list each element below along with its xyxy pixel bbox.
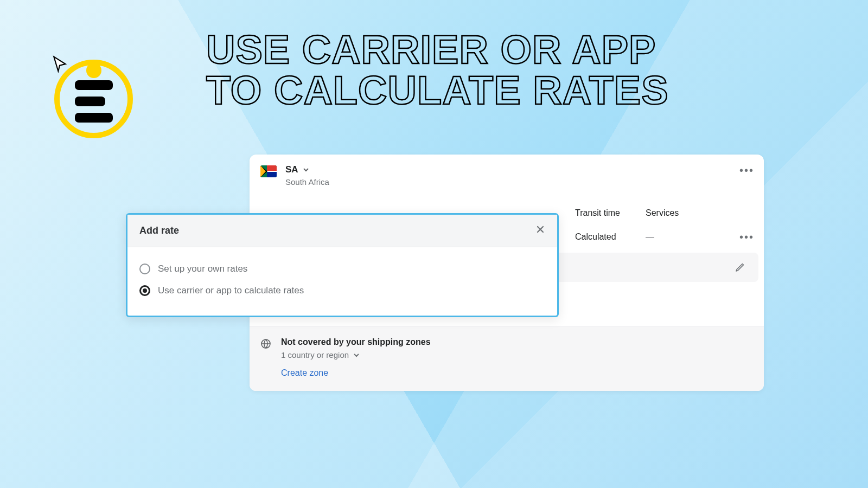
radio-own-rates-label: Set up your own rates <box>158 264 247 274</box>
hero-line-2: TO CALCULATE RATES <box>206 70 669 111</box>
zone-code: SA <box>285 164 298 175</box>
zone-header: SA South Africa ••• <box>250 155 764 203</box>
zone-country: South Africa <box>285 177 329 187</box>
flag-south-africa-icon <box>260 165 277 177</box>
col-transit-time: Transit time <box>575 208 646 218</box>
rate-row-more-button[interactable]: ••• <box>739 231 754 243</box>
col-services: Services <box>646 208 711 218</box>
zone-more-button[interactable]: ••• <box>739 164 754 177</box>
brand-logo <box>54 60 133 138</box>
not-covered-expand[interactable]: 1 country or region <box>281 350 431 359</box>
pencil-icon[interactable] <box>735 262 745 273</box>
modal-header: Add rate <box>127 215 557 247</box>
radio-carrier-app-label: Use carrier or app to calculate rates <box>158 285 304 296</box>
radio-icon <box>139 264 150 274</box>
modal-close-button[interactable] <box>535 224 545 237</box>
chevron-down-icon <box>303 166 309 173</box>
chevron-down-icon <box>353 352 360 358</box>
modal-body: Set up your own rates Use carrier or app… <box>127 247 557 316</box>
globe-icon <box>260 338 271 349</box>
not-covered-title: Not covered by your shipping zones <box>281 337 431 347</box>
rate-services-value: — <box>646 232 711 242</box>
cursor-icon <box>51 55 68 73</box>
add-rate-modal: Add rate Set up your own rates Use carri… <box>126 213 559 317</box>
radio-selected-icon <box>139 285 150 296</box>
radio-own-rates[interactable]: Set up your own rates <box>139 258 545 280</box>
create-zone-link[interactable]: Create zone <box>281 368 753 378</box>
zone-name-toggle[interactable]: SA <box>285 164 329 175</box>
hero-line-1: USE CARRIER OR APP <box>206 29 669 70</box>
modal-title: Add rate <box>139 225 179 236</box>
close-icon <box>535 224 545 234</box>
hero-title: USE CARRIER OR APP TO CALCULATE RATES <box>206 29 669 111</box>
rate-transit-value: Calculated <box>575 232 646 242</box>
radio-carrier-app[interactable]: Use carrier or app to calculate rates <box>139 280 545 301</box>
not-covered-section: Not covered by your shipping zones 1 cou… <box>250 326 764 391</box>
not-covered-sub: 1 country or region <box>281 350 349 359</box>
